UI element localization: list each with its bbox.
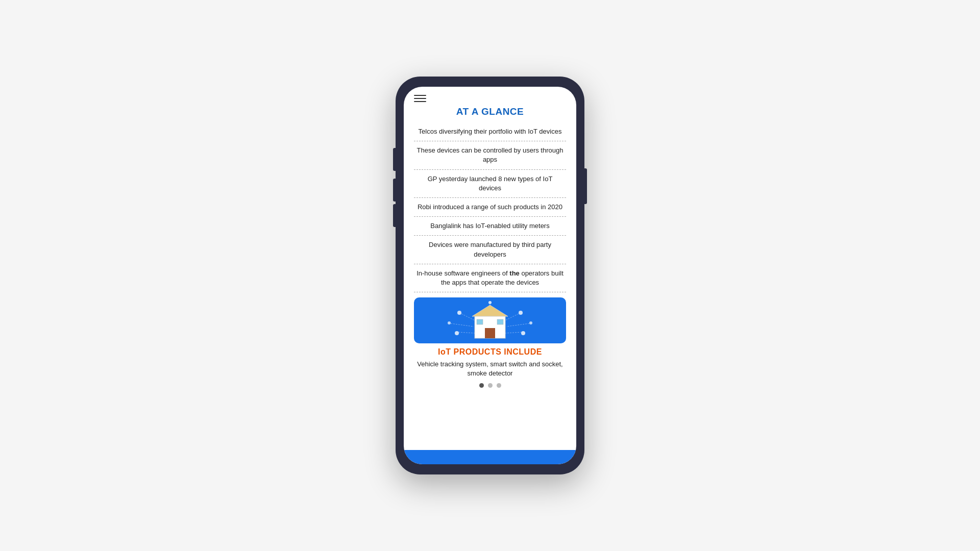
info-item-3-text: GP yesterday launched 8 new types of IoT… bbox=[428, 175, 553, 192]
info-item-6-text: Devices were manufactured by third party… bbox=[429, 241, 551, 258]
svg-point-8 bbox=[519, 311, 523, 315]
svg-point-11 bbox=[488, 301, 492, 304]
svg-point-6 bbox=[448, 321, 451, 324]
info-item-4-text: Robi introduced a range of such products… bbox=[418, 203, 562, 211]
svg-line-17 bbox=[505, 332, 522, 333]
svg-point-9 bbox=[529, 321, 532, 324]
info-item-1: Telcos diversifying their portfolio with… bbox=[414, 122, 566, 141]
iot-products-description: Vehicle tracking system, smart switch an… bbox=[414, 360, 566, 378]
info-item-5-text: Banglalink has IoT-enabled utility meter… bbox=[430, 222, 549, 230]
info-item-5: Banglalink has IoT-enabled utility meter… bbox=[414, 217, 566, 236]
svg-line-14 bbox=[458, 332, 475, 333]
page-indicator-dots bbox=[414, 383, 566, 394]
svg-line-12 bbox=[461, 314, 475, 320]
dot-2[interactable] bbox=[488, 383, 493, 388]
info-item-2: These devices can be controlled by users… bbox=[414, 141, 566, 169]
svg-rect-2 bbox=[485, 328, 495, 338]
svg-marker-1 bbox=[472, 305, 508, 316]
svg-line-15 bbox=[505, 314, 519, 320]
dot-1[interactable] bbox=[479, 383, 484, 388]
info-item-7-text: In-house software engineers of the opera… bbox=[416, 269, 564, 286]
phone-screen-container: AT A GLANCE Telcos diversifying their po… bbox=[404, 87, 576, 464]
svg-point-10 bbox=[521, 331, 525, 335]
info-item-3: GP yesterday launched 8 new types of IoT… bbox=[414, 170, 566, 198]
svg-point-5 bbox=[457, 311, 461, 315]
iot-products-title: IoT PRODUCTS INCLUDE bbox=[414, 347, 566, 357]
app-screen: AT A GLANCE Telcos diversifying their po… bbox=[404, 87, 576, 450]
info-item-4: Robi introduced a range of such products… bbox=[414, 198, 566, 217]
hamburger-menu-icon[interactable] bbox=[414, 95, 426, 102]
svg-point-7 bbox=[455, 331, 459, 335]
svg-line-13 bbox=[451, 323, 474, 327]
iot-image-card bbox=[414, 297, 566, 343]
phone-bottom-bar bbox=[404, 450, 576, 464]
info-item-7: In-house software engineers of the opera… bbox=[414, 264, 566, 292]
page-title: AT A GLANCE bbox=[414, 106, 566, 117]
iot-illustration bbox=[414, 297, 566, 343]
info-item-6: Devices were manufactured by third party… bbox=[414, 236, 566, 264]
info-item-1-text: Telcos diversifying their portfolio with… bbox=[419, 128, 562, 135]
info-item-2-text: These devices can be controlled by users… bbox=[417, 146, 564, 163]
svg-rect-3 bbox=[477, 319, 483, 324]
svg-rect-4 bbox=[497, 319, 503, 324]
svg-line-16 bbox=[506, 323, 529, 327]
dot-3[interactable] bbox=[497, 383, 501, 388]
phone-device: AT A GLANCE Telcos diversifying their po… bbox=[396, 77, 584, 474]
